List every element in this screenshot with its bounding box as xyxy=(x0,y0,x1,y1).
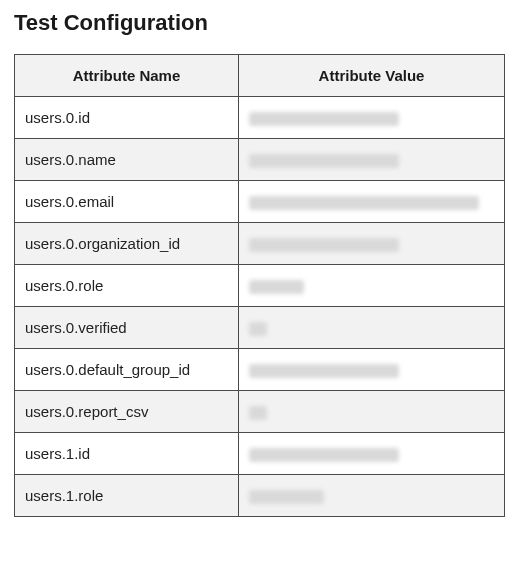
redacted-value xyxy=(249,196,479,210)
attr-name-cell: users.1.id xyxy=(15,433,239,475)
attr-value-cell xyxy=(239,181,505,223)
attr-name-cell: users.0.organization_id xyxy=(15,223,239,265)
page-title: Test Configuration xyxy=(14,10,505,36)
redacted-value xyxy=(249,364,399,378)
attr-name-cell: users.1.role xyxy=(15,475,239,517)
col-header-name: Attribute Name xyxy=(15,55,239,97)
redacted-value xyxy=(249,280,304,294)
attr-name-cell: users.0.role xyxy=(15,265,239,307)
attr-value-cell xyxy=(239,139,505,181)
attr-value-cell xyxy=(239,349,505,391)
table-row: users.1.role xyxy=(15,475,505,517)
col-header-value: Attribute Value xyxy=(239,55,505,97)
table-header-row: Attribute Name Attribute Value xyxy=(15,55,505,97)
table-row: users.0.email xyxy=(15,181,505,223)
redacted-value xyxy=(249,112,399,126)
table-row: users.0.verified xyxy=(15,307,505,349)
redacted-value xyxy=(249,154,399,168)
table-row: users.0.id xyxy=(15,97,505,139)
table-row: users.0.report_csv xyxy=(15,391,505,433)
attr-value-cell xyxy=(239,223,505,265)
redacted-value xyxy=(249,238,399,252)
table-row: users.0.role xyxy=(15,265,505,307)
redacted-value xyxy=(249,322,267,336)
redacted-value xyxy=(249,490,324,504)
attr-value-cell xyxy=(239,391,505,433)
attr-value-cell xyxy=(239,307,505,349)
table-row: users.1.id xyxy=(15,433,505,475)
table-row: users.0.default_group_id xyxy=(15,349,505,391)
attr-name-cell: users.0.id xyxy=(15,97,239,139)
table-row: users.0.organization_id xyxy=(15,223,505,265)
attr-value-cell xyxy=(239,433,505,475)
redacted-value xyxy=(249,406,267,420)
redacted-value xyxy=(249,448,399,462)
attr-value-cell xyxy=(239,97,505,139)
attr-value-cell xyxy=(239,475,505,517)
attr-name-cell: users.0.default_group_id xyxy=(15,349,239,391)
attr-name-cell: users.0.email xyxy=(15,181,239,223)
attr-name-cell: users.0.name xyxy=(15,139,239,181)
attr-value-cell xyxy=(239,265,505,307)
attr-name-cell: users.0.verified xyxy=(15,307,239,349)
attr-name-cell: users.0.report_csv xyxy=(15,391,239,433)
config-table: Attribute Name Attribute Value users.0.i… xyxy=(14,54,505,517)
table-row: users.0.name xyxy=(15,139,505,181)
